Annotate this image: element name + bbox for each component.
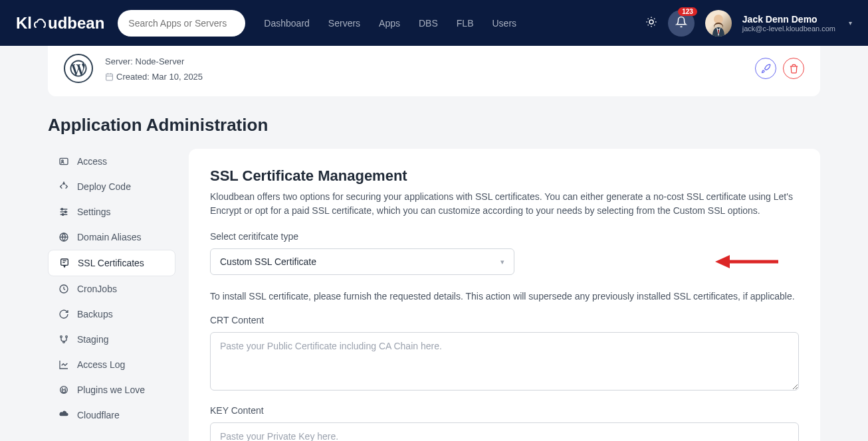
sidebar-item-cron[interactable]: CronJobs <box>48 276 175 302</box>
svg-point-1 <box>714 15 723 24</box>
code-icon <box>58 181 69 192</box>
calendar-icon <box>105 72 114 81</box>
app-meta: Server: Node-Server Created: Mar 10, 202… <box>105 55 203 82</box>
sidebar-item-plugins[interactable]: Plugins we Love <box>48 377 175 402</box>
cloud-icon <box>58 410 69 420</box>
cert-type-select[interactable]: Custom SSL Certificate ▾ <box>210 248 514 275</box>
certificate-icon <box>59 258 70 268</box>
launch-button[interactable] <box>755 58 776 79</box>
brand-logo[interactable]: Kludbean <box>16 14 104 33</box>
delete-button[interactable] <box>783 58 804 79</box>
svg-point-11 <box>60 336 62 338</box>
sidebar-item-label: SSL Certificates <box>78 258 144 268</box>
panel-title: SSL Certificate Management <box>210 167 799 185</box>
created-label: Created: Mar 10, 2025 <box>105 72 203 82</box>
panel-description: Kloudbean offers two options for securin… <box>210 190 799 218</box>
chevron-down-icon: ▾ <box>849 19 852 27</box>
svg-point-0 <box>649 20 653 24</box>
crt-label: CRT Content <box>210 315 799 325</box>
arrow-annotation <box>715 250 778 276</box>
main-nav: Dashboard Servers Apps DBS FLB Users <box>264 18 516 29</box>
svg-point-6 <box>64 211 66 213</box>
sidebar-item-settings[interactable]: Settings <box>48 199 175 224</box>
sidebar-item-label: Plugins we Love <box>77 385 145 395</box>
sidebar-item-label: Backups <box>77 309 113 319</box>
trash-icon <box>789 64 799 74</box>
sidebar-item-deploy[interactable]: Deploy Code <box>48 174 175 199</box>
user-name: Jack Denn Demo <box>742 14 835 25</box>
notification-badge: 123 <box>678 7 697 16</box>
sidebar-item-ssl[interactable]: SSL Certificates <box>48 250 175 276</box>
svg-point-5 <box>61 209 63 211</box>
sidebar-item-label: Staging <box>77 334 108 345</box>
svg-marker-16 <box>715 255 730 268</box>
user-menu[interactable]: Jack Denn Demo jack@c-level.kloudbean.co… <box>742 14 835 33</box>
clock-icon <box>58 284 69 294</box>
nav-servers[interactable]: Servers <box>328 18 360 29</box>
branch-icon <box>58 334 69 345</box>
sidebar-item-label: Access <box>77 156 107 167</box>
sliders-icon <box>58 207 69 217</box>
svg-point-4 <box>62 160 64 162</box>
refresh-icon <box>58 309 69 319</box>
sidebar-item-domain[interactable]: Domain Aliases <box>48 224 175 250</box>
sidebar: Access Deploy Code Settings Domain Alias… <box>48 149 175 428</box>
server-label: Server: Node-Server <box>105 56 203 66</box>
app-actions <box>755 58 804 79</box>
nav-dashboard[interactable]: Dashboard <box>264 18 310 29</box>
crt-content-textarea[interactable] <box>210 332 799 391</box>
page-title: Application Administration <box>48 115 820 135</box>
main-panel: SSL Certificate Management Kloudbean off… <box>189 149 820 441</box>
svg-rect-2 <box>106 74 113 80</box>
nav-users[interactable]: Users <box>492 18 516 29</box>
nav-apps[interactable]: Apps <box>379 18 400 29</box>
nav-flb[interactable]: FLB <box>457 18 474 29</box>
sidebar-item-label: CronJobs <box>77 284 117 294</box>
sidebar-item-backups[interactable]: Backups <box>48 302 175 327</box>
user-avatar[interactable] <box>705 10 732 37</box>
chevron-down-icon: ▾ <box>500 258 504 266</box>
search-input[interactable] <box>128 18 235 29</box>
top-navbar: Kludbean Dashboard Servers Apps DBS FLB … <box>0 0 868 46</box>
plug-icon <box>58 385 69 395</box>
theme-toggle-icon[interactable] <box>645 16 657 31</box>
notifications-button[interactable]: 123 <box>668 10 695 37</box>
key-content-textarea[interactable] <box>210 422 799 441</box>
globe-icon <box>58 232 69 242</box>
sidebar-item-label: Settings <box>77 207 111 217</box>
sidebar-item-staging[interactable]: Staging <box>48 327 175 352</box>
nav-dbs[interactable]: DBS <box>419 18 438 29</box>
sidebar-item-label: Cloudflare <box>77 410 120 420</box>
chart-icon <box>58 359 69 370</box>
rocket-icon <box>761 64 771 74</box>
sidebar-item-label: Access Log <box>77 359 125 370</box>
app-header-card: Server: Node-Server Created: Mar 10, 202… <box>48 46 820 96</box>
bell-icon <box>675 16 687 31</box>
sidebar-item-label: Deploy Code <box>77 181 131 192</box>
sidebar-item-accesslog[interactable]: Access Log <box>48 352 175 377</box>
select-cert-label: Select ceritifcate type <box>210 231 799 242</box>
wordpress-icon <box>64 54 93 83</box>
id-card-icon <box>58 156 69 167</box>
svg-point-7 <box>62 214 64 216</box>
select-value: Custom SSL Certificate <box>220 256 316 267</box>
sidebar-item-label: Domain Aliases <box>77 232 142 242</box>
sidebar-item-cloudflare[interactable]: Cloudflare <box>48 402 175 428</box>
user-email: jack@c-level.kloudbean.com <box>742 25 835 33</box>
install-note: To install SSL certificate, please furni… <box>210 291 799 302</box>
key-label: KEY Content <box>210 405 799 416</box>
search-input-wrap <box>118 10 245 37</box>
svg-point-12 <box>66 336 68 338</box>
sidebar-item-access[interactable]: Access <box>48 149 175 174</box>
topbar-right: 123 Jack Denn Demo jack@c-level.kloudbea… <box>645 10 852 37</box>
